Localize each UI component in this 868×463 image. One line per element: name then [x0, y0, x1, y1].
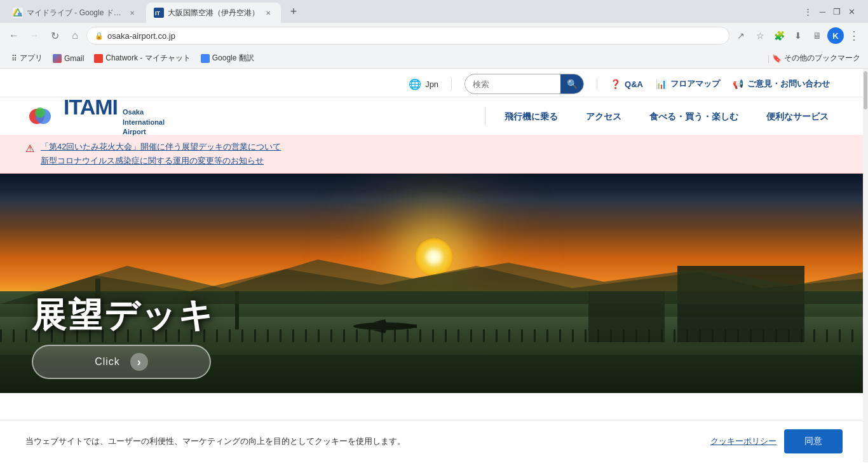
- profile-avatar[interactable]: K: [827, 27, 844, 44]
- close-button[interactable]: ✕: [848, 7, 855, 17]
- tab-drive-close[interactable]: ✕: [127, 8, 137, 18]
- lock-icon: 🔒: [95, 32, 104, 40]
- click-arrow-circle: ›: [130, 353, 148, 371]
- alert-links: 「第42回いたみ花火大会」開催に伴う展望デッキの営業について 新型コロナウイルス…: [41, 141, 281, 167]
- hero-aircraft: [347, 317, 423, 336]
- bookmark-star-button[interactable]: ☆: [751, 27, 769, 45]
- cookie-bar: 当ウェブサイトでは、ユーザーの利便性、マーケティングの向上を目的としてクッキーを…: [0, 420, 868, 462]
- forward-button[interactable]: →: [25, 27, 43, 45]
- cookie-policy-link[interactable]: クッキーポリシー: [710, 436, 776, 447]
- utility-bar: 🌐 Jpn 🔍 ❓ Q&A 📊 フロアマップ 📢 ご意見・お問い合わせ: [0, 69, 868, 97]
- svg-text:IT: IT: [155, 10, 161, 17]
- logo-en-line3: Airport: [123, 127, 165, 137]
- alert-triangle-icon: ⚠: [25, 142, 34, 155]
- feedback-label: ご意見・お問い合わせ: [747, 78, 830, 90]
- tab-drive-favicon: [13, 8, 23, 18]
- logo-en-line2: International: [123, 118, 165, 127]
- cookie-agree-button[interactable]: 同意: [784, 429, 843, 453]
- logo-name: ITAMI: [64, 95, 118, 120]
- tab-osaka-title: 大阪国際空港（伊丹空港）: [168, 8, 259, 18]
- click-button-label: Click: [95, 356, 120, 368]
- tab-osaka-favicon: IT: [154, 8, 164, 18]
- hero-title-container: 展望デッキ: [32, 293, 215, 339]
- search-bar: 🔍: [465, 74, 584, 94]
- search-input[interactable]: [465, 79, 560, 89]
- bookmark-chatwork[interactable]: Chatwork - マイチャット: [90, 52, 194, 65]
- svg-point-8: [35, 107, 45, 118]
- nav-item-access[interactable]: アクセス: [572, 97, 635, 135]
- tab-osaka-close[interactable]: ✕: [263, 8, 273, 18]
- alert-link-2[interactable]: 新型コロナウイルス感染症に関する運用の変更等のお知らせ: [41, 155, 281, 167]
- click-button[interactable]: Click ›: [32, 345, 211, 379]
- website: 🌐 Jpn 🔍 ❓ Q&A 📊 フロアマップ 📢 ご意見・お問い合わせ: [0, 69, 868, 462]
- hero-section: 展望デッキ Click ›: [0, 174, 868, 393]
- floor-map-label: フロアマップ: [670, 78, 720, 90]
- menu-button[interactable]: ⋮: [845, 27, 863, 45]
- extensions-button[interactable]: 🧩: [770, 27, 788, 45]
- tab-osaka[interactable]: IT 大阪国際空港（伊丹空港） ✕: [146, 3, 281, 23]
- gmail-icon: [53, 54, 62, 63]
- nav-item-fly[interactable]: 飛行機に乗る: [491, 97, 572, 135]
- bookmark-apps[interactable]: ⠿ アプリ: [8, 52, 46, 65]
- bookmarks-bar: ⠿ アプリ Gmail Chatwork - マイチャット Google 翻訳 …: [0, 48, 868, 69]
- back-button[interactable]: ←: [5, 27, 23, 45]
- minimize-button[interactable]: ─: [820, 7, 825, 17]
- tab-bar: マイドライブ - Google ドライブ ✕ IT 大阪国際空港（伊丹空港） ✕…: [0, 0, 868, 23]
- bookmark-apps-label: アプリ: [20, 53, 43, 64]
- qa-icon: ❓: [610, 79, 621, 89]
- chatwork-icon: [94, 54, 103, 63]
- bookmarks-separator-line: |: [768, 54, 770, 63]
- floor-icon: 📊: [656, 79, 667, 89]
- restore-button[interactable]: ❐: [833, 7, 841, 17]
- nav-item-dining[interactable]: 食べる・買う・楽しむ: [635, 97, 752, 135]
- bookmark-chatwork-label: Chatwork - マイチャット: [105, 53, 190, 64]
- logo-name-group: ITAMI Osaka International Airport: [64, 95, 165, 137]
- new-tab-button[interactable]: +: [285, 3, 302, 20]
- qa-link[interactable]: ❓ Q&A: [610, 79, 643, 89]
- bookmark-translate-label: Google 翻訳: [212, 53, 254, 64]
- alert-bar: ⚠ 「第42回いたみ花火大会」開催に伴う展望デッキの営業について 新型コロナウイ…: [0, 135, 868, 174]
- desktop-button[interactable]: 🖥: [808, 27, 826, 45]
- search-button[interactable]: 🔍: [560, 74, 583, 94]
- bookmark-translate[interactable]: Google 翻訳: [197, 52, 258, 65]
- save-button[interactable]: ⬇: [789, 27, 807, 45]
- toolbar-icons: ↗ ☆ 🧩 ⬇ 🖥 K ⋮: [732, 27, 863, 45]
- tab-drive-title: マイドライブ - Google ドライブ: [27, 8, 123, 18]
- tab-drive[interactable]: マイドライブ - Google ドライブ ✕: [5, 3, 145, 23]
- window-controls: ⋮ ─ ❐ ✕: [796, 7, 863, 17]
- alert-row: ⚠ 「第42回いたみ花火大会」開催に伴う展望デッキの営業について 新型コロナウイ…: [25, 141, 843, 167]
- logo-en-line1: Osaka: [123, 107, 165, 117]
- reload-button[interactable]: ↻: [46, 27, 64, 45]
- bookmark-gmail-label: Gmail: [64, 54, 84, 63]
- logo-en-text: Osaka International Airport: [123, 107, 165, 137]
- nav-divider-left: [485, 107, 485, 126]
- tab-list-button[interactable]: ⋮: [804, 7, 812, 17]
- bookmarks-separator: | 🔖 その他のブックマーク: [768, 53, 860, 64]
- language-label: Jpn: [425, 79, 438, 89]
- cookie-text: 当ウェブサイトでは、ユーザーの利便性、マーケティングの向上を目的としてクッキーを…: [25, 436, 703, 447]
- svg-marker-11: [372, 319, 386, 322]
- hero-title: 展望デッキ: [32, 296, 215, 334]
- other-bookmarks-label[interactable]: その他のブックマーク: [784, 53, 860, 64]
- address-bar-row: ← → ↻ ⌂ 🔒 osaka-airport.co.jp ↗ ☆ 🧩 ⬇ 🖥 …: [0, 23, 868, 48]
- feedback-link[interactable]: 📢 ご意見・お問い合わせ: [733, 78, 830, 90]
- megaphone-icon: 📢: [733, 79, 743, 89]
- home-button[interactable]: ⌂: [66, 27, 84, 45]
- globe-icon: 🌐: [409, 78, 421, 90]
- apps-icon: ⠿: [11, 54, 17, 63]
- language-selector[interactable]: 🌐 Jpn: [409, 78, 438, 90]
- browser-chrome: マイドライブ - Google ドライブ ✕ IT 大阪国際空港（伊丹空港） ✕…: [0, 0, 868, 69]
- logo[interactable]: ITAMI Osaka International Airport: [25, 95, 165, 137]
- scrollbar-thumb[interactable]: [864, 71, 867, 109]
- nav-item-services[interactable]: 便利なサービス: [752, 97, 843, 135]
- alert-link-1[interactable]: 「第42回いたみ花火大会」開催に伴う展望デッキの営業について: [41, 141, 281, 153]
- nav-menu: 飛行機に乗る アクセス 食べる・買う・楽しむ 便利なサービス: [491, 97, 843, 135]
- address-bar[interactable]: 🔒 osaka-airport.co.jp: [86, 27, 729, 45]
- util-sep2: [597, 78, 597, 90]
- bookmark-gmail[interactable]: Gmail: [49, 53, 88, 64]
- qa-label: Q&A: [625, 79, 643, 89]
- floor-map-link[interactable]: 📊 フロアマップ: [656, 78, 720, 90]
- share-button[interactable]: ↗: [732, 27, 750, 45]
- scrollbar-track[interactable]: [863, 69, 868, 462]
- address-text: osaka-airport.co.jp: [107, 31, 721, 41]
